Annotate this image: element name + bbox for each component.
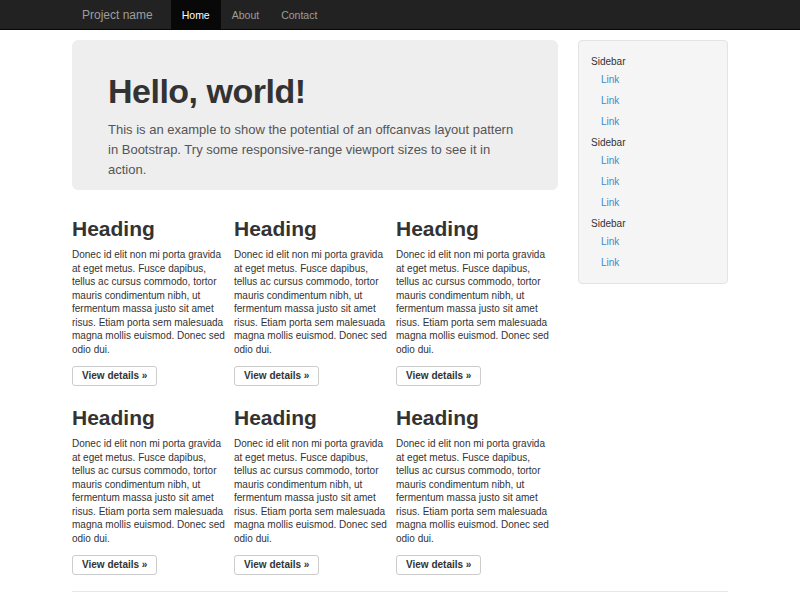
block-text: Donec id elit non mi porta gravida at eg…: [234, 437, 389, 545]
main-column: Hello, world! This is an example to show…: [72, 40, 558, 575]
sidebar-group: Sidebar Link Link Link: [579, 51, 727, 132]
sidebar-group-title: Sidebar: [579, 132, 727, 150]
content-block: Heading Donec id elit non mi porta gravi…: [234, 406, 389, 575]
block-heading: Heading: [234, 217, 389, 240]
content-block: Heading Donec id elit non mi porta gravi…: [396, 217, 551, 386]
sidebar-group-title: Sidebar: [579, 213, 727, 231]
view-details-button[interactable]: View details »: [72, 366, 157, 386]
content-row: Hello, world! This is an example to show…: [72, 40, 728, 575]
nav-item-home[interactable]: Home: [171, 0, 221, 29]
sidebar-link[interactable]: Link: [579, 231, 727, 252]
sidebar-link[interactable]: Link: [579, 69, 727, 90]
block-heading: Heading: [72, 406, 227, 429]
view-details-button[interactable]: View details »: [234, 555, 319, 575]
block-text: Donec id elit non mi porta gravida at eg…: [396, 437, 551, 545]
block-text: Donec id elit non mi porta gravida at eg…: [396, 248, 551, 356]
sidebar-group: Sidebar Link Link Link: [579, 132, 727, 213]
navbar: Project name Home About Contact: [0, 0, 800, 30]
block-heading: Heading: [396, 406, 551, 429]
page-container: Hello, world! This is an example to show…: [72, 40, 728, 600]
sidebar-group-title: Sidebar: [579, 51, 727, 69]
sidebar-link[interactable]: Link: [579, 171, 727, 192]
cards-row-1: Heading Donec id elit non mi porta gravi…: [72, 217, 558, 386]
sidebar-link[interactable]: Link: [579, 111, 727, 132]
footer-divider: [72, 591, 728, 592]
sidebar-group: Sidebar Link Link: [579, 213, 727, 273]
view-details-button[interactable]: View details »: [234, 366, 319, 386]
content-block: Heading Donec id elit non mi porta gravi…: [72, 217, 227, 386]
block-heading: Heading: [234, 406, 389, 429]
block-text: Donec id elit non mi porta gravida at eg…: [234, 248, 389, 356]
block-text: Donec id elit non mi porta gravida at eg…: [72, 248, 227, 356]
block-heading: Heading: [72, 217, 227, 240]
sidebar-link[interactable]: Link: [579, 90, 727, 111]
brand-link[interactable]: Project name: [72, 0, 163, 29]
jumbotron: Hello, world! This is an example to show…: [72, 40, 558, 190]
view-details-button[interactable]: View details »: [396, 555, 481, 575]
page-title: Hello, world!: [108, 71, 522, 111]
view-details-button[interactable]: View details »: [396, 366, 481, 386]
nav-item-contact[interactable]: Contact: [270, 0, 328, 29]
view-details-button[interactable]: View details »: [72, 555, 157, 575]
content-block: Heading Donec id elit non mi porta gravi…: [234, 217, 389, 386]
nav-items: Home About Contact: [171, 0, 329, 29]
sidebar: Sidebar Link Link Link Sidebar Link Link…: [578, 40, 728, 284]
jumbotron-text: This is an example to show the potential…: [108, 120, 522, 180]
content-block: Heading Donec id elit non mi porta gravi…: [72, 406, 227, 575]
sidebar-link[interactable]: Link: [579, 150, 727, 171]
content-block: Heading Donec id elit non mi porta gravi…: [396, 406, 551, 575]
navbar-inner: Project name Home About Contact: [72, 0, 728, 29]
cards-row-2: Heading Donec id elit non mi porta gravi…: [72, 406, 558, 575]
block-heading: Heading: [396, 217, 551, 240]
nav-item-about[interactable]: About: [221, 0, 270, 29]
block-text: Donec id elit non mi porta gravida at eg…: [72, 437, 227, 545]
sidebar-link[interactable]: Link: [579, 192, 727, 213]
sidebar-link[interactable]: Link: [579, 252, 727, 273]
